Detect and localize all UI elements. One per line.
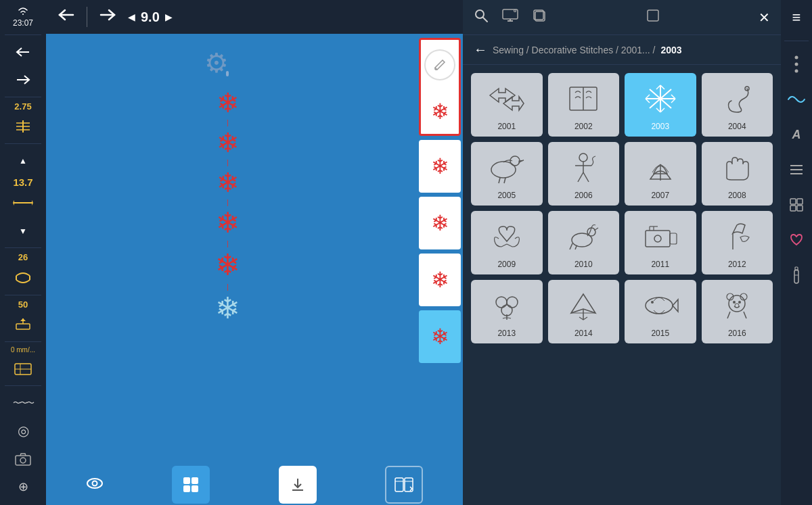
- up-arrow-icon[interactable]: ▲: [9, 148, 37, 173]
- connector-1: |: [227, 119, 229, 126]
- stitch-length-value: 2.75: [14, 101, 31, 112]
- hamburger-menu-icon[interactable]: ≡: [784, 5, 809, 30]
- copy-icon[interactable]: [532, 8, 547, 26]
- svg-point-92: [735, 304, 739, 308]
- svg-rect-11: [16, 324, 30, 329]
- stitch-nav: ◀ 9.0 ▶: [128, 9, 173, 25]
- stitch-grid: 2001 2002 200: [463, 65, 781, 505]
- nav-forward-icon[interactable]: [9, 67, 37, 92]
- stitch-cell-2002[interactable]: 2002: [548, 73, 620, 137]
- stitch-prev-arrow[interactable]: ◀: [128, 11, 135, 22]
- wave-stitch-icon[interactable]: [784, 87, 809, 112]
- layout-icon: [181, 475, 200, 494]
- stitch-img-2004: [717, 78, 757, 119]
- bottom-pin-icon[interactable]: ⊕: [9, 475, 37, 500]
- stitch-length-icon[interactable]: [9, 114, 37, 139]
- nav-back-icon[interactable]: [9, 39, 37, 64]
- stitch-thumb-5-selected[interactable]: ❄: [419, 310, 461, 363]
- stitch-number: 9.0: [141, 9, 160, 25]
- svg-point-95: [795, 56, 798, 59]
- stitch-img-2015: [640, 285, 681, 326]
- monitor-icon[interactable]: [502, 9, 518, 26]
- snowflake-4: ❄: [216, 208, 240, 239]
- stitch-cell-2016[interactable]: 2016: [702, 280, 773, 343]
- divider-3: [5, 143, 41, 144]
- svg-line-93: [727, 312, 730, 318]
- wifi-icon: [13, 5, 33, 17]
- svg-point-77: [654, 235, 661, 242]
- breadcrumb-back-button[interactable]: ←: [474, 42, 487, 57]
- stitch-thumb-4-icon: ❄: [431, 267, 449, 293]
- stitch-cell-2006[interactable]: 2006: [548, 142, 620, 206]
- bottle-icon[interactable]: [784, 263, 809, 287]
- target-icon[interactable]: ◎: [9, 418, 37, 443]
- connector-5: |: [227, 283, 229, 291]
- down-arrow-icon[interactable]: ▼: [9, 218, 37, 243]
- snowflake-1: ❄: [217, 88, 240, 118]
- svg-point-81: [501, 305, 512, 316]
- lines-icon[interactable]: [784, 158, 809, 182]
- wave-icon[interactable]: 〜〜〜: [9, 390, 37, 415]
- position-icon[interactable]: [9, 356, 37, 381]
- stitch-cell-2012[interactable]: 2012: [702, 211, 773, 274]
- svg-line-68: [583, 172, 589, 182]
- stitch-img-2010: [563, 216, 604, 257]
- stitch-img-2002: [563, 78, 604, 119]
- stitch-cell-2003[interactable]: 2003: [625, 73, 696, 137]
- svg-point-40: [514, 10, 516, 12]
- camera-icon[interactable]: [9, 446, 37, 471]
- dots-icon[interactable]: [784, 52, 809, 76]
- stitch-cell-2008[interactable]: 2008: [702, 142, 773, 206]
- stitch-cell-2009[interactable]: 2009: [471, 211, 543, 274]
- divider-1: [5, 34, 41, 35]
- search-icon[interactable]: [474, 8, 489, 26]
- grid-icon[interactable]: [784, 193, 809, 217]
- stitch-next-arrow[interactable]: ▶: [165, 11, 173, 22]
- stitch-cell-2011[interactable]: 2011: [625, 211, 696, 274]
- svg-point-23: [87, 479, 102, 488]
- stitch-thumb-3[interactable]: ❄: [419, 197, 461, 249]
- stitch-label-2004: 2004: [728, 122, 746, 131]
- stitch-img-2009: [487, 216, 527, 257]
- stitch-cell-2010[interactable]: 2010: [548, 211, 620, 274]
- svg-marker-45: [503, 97, 524, 110]
- download-button[interactable]: [279, 466, 317, 504]
- stitch-width-value: 13.7: [13, 176, 32, 188]
- offset-icon[interactable]: [9, 312, 37, 337]
- canvas-back-button[interactable]: [57, 7, 76, 26]
- stitch-width-icon[interactable]: [9, 191, 37, 216]
- svg-marker-7: [13, 200, 14, 206]
- repeat-icon[interactable]: [9, 265, 37, 290]
- stitch-cell-2015[interactable]: 2015: [625, 280, 696, 343]
- svg-line-36: [483, 18, 487, 22]
- stitch-thumb-selected-box[interactable]: ❄: [419, 38, 461, 136]
- text-icon[interactable]: A: [784, 122, 809, 147]
- stitch-thumb-4[interactable]: ❄: [419, 254, 461, 306]
- stitch-cell-2013[interactable]: 2013: [471, 280, 543, 343]
- stitch-cell-2005[interactable]: 2005: [471, 142, 543, 206]
- close-button[interactable]: ✕: [759, 9, 770, 26]
- divider-7: [5, 385, 41, 386]
- snowflake-blue: ❄: [215, 292, 240, 324]
- layout-button[interactable]: [172, 466, 210, 504]
- stitch-cell-2014[interactable]: 2014: [548, 280, 620, 343]
- svg-point-24: [92, 481, 97, 486]
- svg-line-94: [744, 312, 746, 318]
- svg-rect-17: [16, 456, 30, 465]
- stitch-img-2008: [717, 147, 757, 188]
- stitch-cell-2004[interactable]: 2004: [702, 73, 773, 137]
- stitch-cell-2001[interactable]: 2001: [471, 73, 543, 137]
- breadcrumb-current: 2003: [660, 45, 681, 55]
- eye-button[interactable]: [86, 476, 104, 494]
- compare-button[interactable]: [385, 466, 423, 504]
- canvas-toolbar: ◀ 9.0 ▶: [46, 0, 463, 34]
- svg-point-86: [651, 301, 654, 304]
- heart-icon[interactable]: [784, 228, 809, 252]
- stitch-thumb-2[interactable]: ❄: [419, 140, 461, 193]
- svg-line-67: [578, 172, 583, 182]
- stitch-thumb-3-icon: ❄: [431, 210, 449, 236]
- canvas-forward-button[interactable]: [98, 7, 117, 26]
- expand-button[interactable]: [646, 8, 660, 26]
- stitch-cell-2007[interactable]: 2007: [625, 142, 696, 206]
- svg-point-97: [795, 70, 798, 73]
